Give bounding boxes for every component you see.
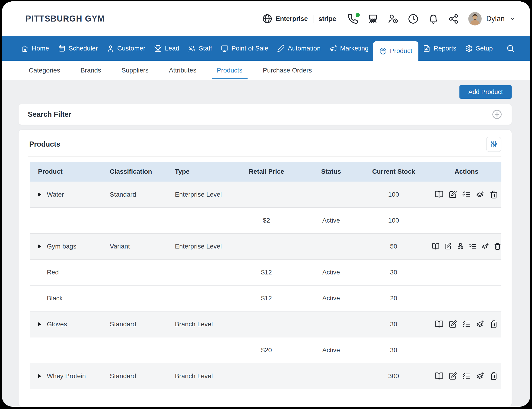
cell-product: Gym bags bbox=[30, 233, 105, 259]
gear-icon bbox=[465, 45, 473, 52]
home-icon bbox=[21, 45, 29, 52]
column-header-classification: Classification bbox=[105, 162, 170, 182]
header-actions: Enterprise stripe Dylan bbox=[262, 12, 516, 26]
search-filter-title: Search Filter bbox=[28, 110, 71, 118]
book-icon[interactable] bbox=[435, 372, 443, 381]
chevron-down-icon[interactable] bbox=[509, 16, 516, 22]
user-menu[interactable]: Dylan bbox=[468, 12, 516, 26]
subnav-item-purchase-orders[interactable]: Purchase Orders bbox=[253, 61, 322, 80]
online-status-dot bbox=[356, 13, 360, 17]
cell-type: Enterprise Level bbox=[170, 182, 226, 208]
cell-status bbox=[307, 363, 356, 389]
nav-item-automation[interactable]: Automation bbox=[273, 36, 325, 61]
nav-item-marketing[interactable]: Marketing bbox=[325, 36, 373, 61]
cell-actions bbox=[432, 208, 501, 233]
column-header-retail-price: Retail Price bbox=[227, 162, 307, 182]
calendar-icon bbox=[58, 45, 66, 52]
actions-group bbox=[432, 242, 501, 251]
cell-status: Active bbox=[307, 285, 356, 311]
nav-item-product[interactable]: Product bbox=[373, 41, 419, 61]
cell-actions bbox=[432, 182, 501, 208]
page-content: Add Product Search Filter Products Produ… bbox=[2, 80, 530, 407]
expand-caret-icon[interactable] bbox=[38, 192, 41, 197]
edit-icon[interactable] bbox=[448, 190, 457, 199]
product-name: Black bbox=[47, 295, 63, 302]
edit-icon[interactable] bbox=[448, 372, 457, 381]
expand-caret-icon[interactable] bbox=[38, 244, 41, 248]
nav-item-label: Automation bbox=[288, 45, 321, 52]
subnav-item-products[interactable]: Products bbox=[207, 61, 253, 80]
checklist-icon[interactable] bbox=[462, 320, 471, 329]
book-icon[interactable] bbox=[435, 190, 443, 199]
subnav-item-categories[interactable]: Categories bbox=[19, 61, 70, 80]
layers-plus-icon[interactable] bbox=[476, 320, 484, 329]
nav-item-label: Marketing bbox=[340, 45, 369, 52]
cell-status: Active bbox=[307, 259, 356, 285]
nav-item-scheduler[interactable]: Scheduler bbox=[54, 36, 102, 61]
edit-icon[interactable] bbox=[448, 320, 457, 329]
cell-retail-price: $2 bbox=[227, 208, 307, 233]
nav-item-home[interactable]: Home bbox=[17, 36, 54, 61]
cell-classification bbox=[105, 259, 170, 285]
trash-icon[interactable] bbox=[494, 242, 501, 251]
cell-type: Branch Level bbox=[170, 311, 226, 337]
expand-filter-button[interactable] bbox=[492, 109, 502, 120]
cell-status: Active bbox=[307, 208, 356, 233]
cell-actions bbox=[432, 363, 501, 389]
expand-caret-icon[interactable] bbox=[38, 322, 41, 326]
nav-item-reports[interactable]: Reports bbox=[418, 36, 461, 61]
boxes-icon[interactable] bbox=[457, 242, 464, 251]
plan-label: Enterprise bbox=[276, 15, 308, 22]
add-product-button[interactable]: Add Product bbox=[459, 85, 512, 99]
cell-classification: Standard bbox=[105, 363, 170, 389]
nav-item-customer[interactable]: Customer bbox=[102, 36, 150, 61]
subnav-item-attributes[interactable]: Attributes bbox=[159, 61, 207, 80]
checklist-icon[interactable] bbox=[462, 372, 471, 381]
subnav-item-suppliers[interactable]: Suppliers bbox=[111, 61, 159, 80]
share-button[interactable] bbox=[448, 13, 459, 24]
notifications-button[interactable] bbox=[428, 13, 439, 24]
trash-icon[interactable] bbox=[489, 320, 498, 329]
layers-plus-icon[interactable] bbox=[481, 242, 489, 251]
phone-button[interactable] bbox=[347, 13, 358, 24]
cell-retail-price: $20 bbox=[227, 337, 307, 363]
cell-current-stock: 100 bbox=[356, 182, 432, 208]
book-icon[interactable] bbox=[435, 320, 443, 329]
book-icon[interactable] bbox=[432, 242, 439, 251]
nav-item-lead[interactable]: Lead bbox=[150, 36, 184, 61]
nav-item-setup[interactable]: Setup bbox=[461, 36, 497, 61]
layers-plus-icon[interactable] bbox=[476, 372, 484, 381]
checklist-icon[interactable] bbox=[469, 242, 476, 251]
trash-icon[interactable] bbox=[489, 190, 498, 199]
cell-retail-price bbox=[227, 233, 307, 259]
product-cell-content: Red bbox=[38, 269, 105, 276]
nav-item-point-of-sale[interactable]: Point of Sale bbox=[217, 36, 273, 61]
layers-plus-icon[interactable] bbox=[476, 190, 484, 199]
product-cell-content: Gloves bbox=[38, 320, 105, 328]
table-settings-button[interactable] bbox=[486, 137, 501, 152]
checklist-icon[interactable] bbox=[462, 190, 471, 199]
toolbar: Add Product bbox=[19, 80, 512, 99]
clock-button[interactable] bbox=[408, 13, 419, 24]
divider bbox=[313, 15, 314, 23]
cell-actions bbox=[432, 311, 501, 337]
cell-type: Enterprise Level bbox=[170, 233, 226, 259]
cell-classification bbox=[105, 208, 170, 233]
cell-status bbox=[307, 311, 356, 337]
plan-selector[interactable]: Enterprise stripe bbox=[262, 14, 336, 24]
products-title: Products bbox=[28, 140, 60, 148]
column-header-type: Type bbox=[170, 162, 226, 182]
expand-caret-icon[interactable] bbox=[38, 374, 41, 378]
product-name: Gym bags bbox=[47, 243, 76, 250]
nav-search-button[interactable] bbox=[502, 36, 519, 61]
meeting-room-button[interactable] bbox=[367, 13, 378, 24]
trash-icon[interactable] bbox=[489, 372, 498, 381]
cell-actions bbox=[432, 233, 501, 259]
package-icon bbox=[379, 47, 387, 55]
product-row: WaterStandardEnterprise Level100 bbox=[30, 182, 501, 208]
nav-item-staff[interactable]: Staff bbox=[184, 36, 216, 61]
subnav-item-brands[interactable]: Brands bbox=[70, 61, 111, 80]
stripe-logo: stripe bbox=[319, 15, 336, 23]
user-clock-button[interactable] bbox=[388, 13, 399, 24]
edit-icon[interactable] bbox=[444, 242, 452, 251]
